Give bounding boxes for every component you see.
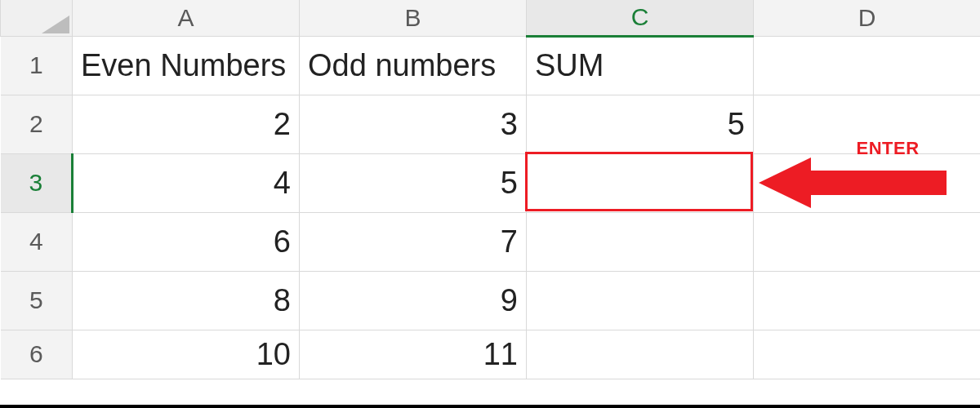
grid-row-1: 1 Even Numbers Odd numbers SUM (1, 36, 981, 95)
grid-row-2: 2 2 3 5 (1, 95, 981, 153)
grid-table[interactable]: A B C D 1 Even Numbers Odd numbers SUM 2… (0, 0, 980, 379)
cell-D3[interactable] (754, 153, 981, 212)
cell-D5[interactable] (754, 271, 981, 330)
cell-A3[interactable]: 4 (73, 153, 300, 212)
row-header-4[interactable]: 4 (1, 212, 73, 271)
col-header-B[interactable]: B (300, 0, 527, 36)
cell-B5[interactable]: 9 (300, 271, 527, 330)
row-header-5[interactable]: 5 (1, 271, 73, 330)
grid-row-4: 4 6 7 (1, 212, 981, 271)
cell-C3[interactable] (527, 153, 754, 212)
cell-A2[interactable]: 2 (73, 95, 300, 153)
row-header-2[interactable]: 2 (1, 95, 73, 153)
spreadsheet-grid[interactable]: A B C D 1 Even Numbers Odd numbers SUM 2… (0, 0, 980, 408)
grid-row-5: 5 8 9 (1, 271, 981, 330)
cell-A5[interactable]: 8 (73, 271, 300, 330)
cell-A1[interactable]: Even Numbers (73, 36, 300, 95)
row-header-6[interactable]: 6 (1, 330, 73, 379)
cell-A6[interactable]: 10 (73, 330, 300, 379)
cell-C2[interactable]: 5 (527, 95, 754, 153)
col-header-A[interactable]: A (73, 0, 300, 36)
annotation-label: ENTER (857, 138, 920, 159)
cell-B2[interactable]: 3 (300, 95, 527, 153)
grid-row-6: 6 10 11 (1, 330, 981, 379)
select-all-corner[interactable] (1, 0, 73, 36)
cell-C6[interactable] (527, 330, 754, 379)
row-header-3[interactable]: 3 (1, 153, 73, 212)
col-header-D[interactable]: D (754, 0, 981, 36)
row-header-1[interactable]: 1 (1, 36, 73, 95)
cell-D4[interactable] (754, 212, 981, 271)
cell-D1[interactable] (754, 36, 981, 95)
cell-B1[interactable]: Odd numbers (300, 36, 527, 95)
cell-C1[interactable]: SUM (527, 36, 754, 95)
cell-B4[interactable]: 7 (300, 212, 527, 271)
cell-C4[interactable] (527, 212, 754, 271)
cell-A4[interactable]: 6 (73, 212, 300, 271)
col-header-C[interactable]: C (527, 0, 754, 36)
cell-B6[interactable]: 11 (300, 330, 527, 379)
cell-D6[interactable] (754, 330, 981, 379)
cell-B3[interactable]: 5 (300, 153, 527, 212)
cell-C5[interactable] (527, 271, 754, 330)
column-header-row: A B C D (1, 0, 981, 36)
grid-row-3: 3 4 5 (1, 153, 981, 212)
